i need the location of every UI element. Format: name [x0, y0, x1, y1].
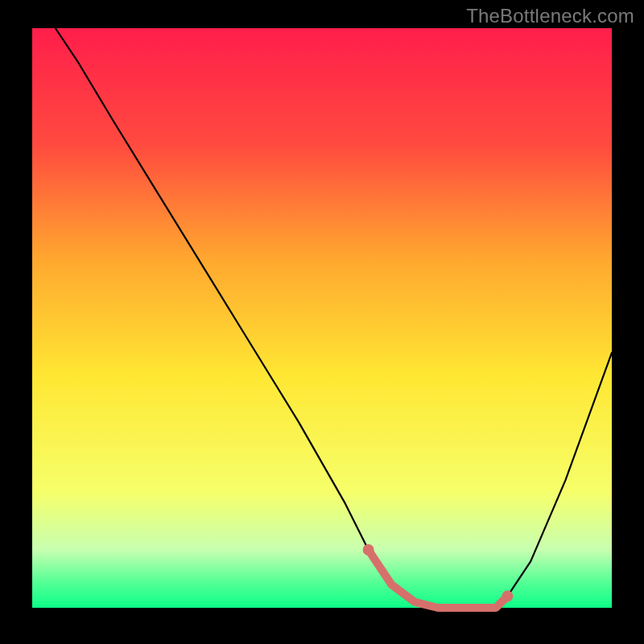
chart-container: TheBottleneck.com	[0, 0, 644, 644]
watermark-text: TheBottleneck.com	[466, 5, 634, 27]
optimal-range-end-dot	[502, 591, 513, 602]
optimal-range-start-dot	[363, 544, 374, 555]
bottleneck-chart	[0, 0, 644, 644]
plot-background	[32, 28, 612, 608]
